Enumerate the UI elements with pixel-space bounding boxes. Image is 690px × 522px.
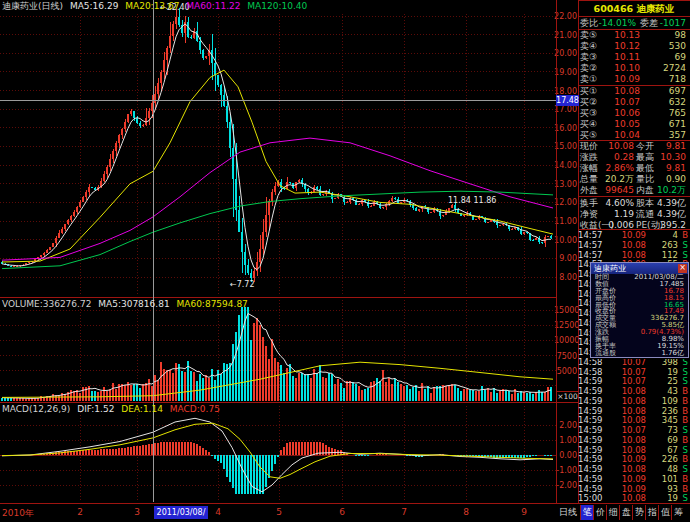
x-axis-label: 6 [339, 507, 345, 517]
x-axis-label: 7 [401, 507, 407, 517]
tick-row: 14:5910.08345B [578, 415, 690, 425]
quote-row: 买④10.05671 [580, 119, 688, 130]
tick-row: 14:5810.0719S [578, 367, 690, 377]
tab-period-daily[interactable]: 日线 [557, 505, 579, 520]
bottom-bar: 2010年23456789 2011/03/08/二 日线 笔价细盘势指值筹 [0, 503, 690, 522]
axis-tick-label: 9.00 [554, 254, 577, 263]
chart-title: 迪康药业(日线) [2, 1, 63, 11]
x-axis-label: 2 [77, 507, 83, 517]
tick-row: 14:5710.094B [578, 230, 690, 240]
tick-row: 14:5910.09226B [578, 454, 690, 464]
quote-row: 卖④10.12530 [580, 41, 688, 52]
panel-divider [578, 16, 690, 17]
axis-tick-label: 15000 [554, 306, 577, 315]
kline-info-popup[interactable]: 迪康药业 × 时间2011/03/08/二数值17.485开盘价16.78最高价… [590, 262, 689, 358]
axis-tick-label: -2.00 [554, 481, 577, 490]
macd-name: MACD(12,26,9) [2, 404, 70, 414]
bottom-tab-4[interactable]: 盘 [619, 505, 633, 520]
volume-ma5-value: MA5:307816.81 [98, 299, 169, 309]
x-axis-label: 4 [215, 507, 221, 517]
x-axis-label: 3 [134, 507, 140, 517]
tick-row: 15:0010.0819S [578, 493, 690, 503]
axis-tick-label: 10.00 [554, 236, 577, 245]
tick-row: 14:5910.08236B [578, 406, 690, 416]
popup-rows: 时间2011/03/08/二数值17.485开盘价16.78最高价18.15最低… [591, 274, 688, 357]
dif-value: DIF:1.52 [77, 404, 114, 414]
axis-tick-label: 21.00 [554, 31, 577, 40]
ma120-value: MA120:10.40 [247, 1, 307, 11]
stock-title: 600466 迪康药业 [578, 3, 690, 16]
quote-row: 卖①10.09718 [580, 74, 688, 85]
x-axis-label: 9 [521, 507, 527, 517]
main-chart-header: 迪康药业(日线) MA5:16.29 MA20:13.67 MA60:11.22… [2, 1, 311, 12]
svg-text:11.84 11.86: 11.84 11.86 [448, 196, 496, 205]
quote-row: 涨幅2.86%最低9.81 [580, 163, 688, 174]
tick-row: 14:5910.08109B [578, 396, 690, 406]
panel-divider [578, 196, 690, 197]
axis-tick-label: 15.00 [554, 142, 577, 151]
quote-row: 总量20.2万量比0.90 [580, 174, 688, 185]
x-axis-label: 5 [276, 507, 282, 517]
quote-row: 卖⑤10.1398 [580, 30, 688, 41]
bottom-tab-8[interactable]: 筹 [671, 505, 685, 520]
bottom-tab-3[interactable]: 细 [606, 505, 620, 520]
axis-tick-label: 1.00 [554, 436, 577, 445]
ma20-value: MA20:13.67 [125, 1, 179, 11]
quote-row: 净资1.19流通4.39亿 [580, 209, 688, 220]
axis-tick-label: -1.00 [554, 466, 577, 475]
axis-tick-label: 14.00 [554, 161, 577, 170]
axis-tick-label: 16.00 [554, 124, 577, 133]
dea-value: DEA:1.14 [121, 404, 163, 414]
volume-value: VOLUME:336276.72 [2, 299, 91, 309]
quote-row: 涨跌0.28最高10.30 [580, 152, 688, 163]
axis-tick-label: 11.00 [554, 217, 577, 226]
tick-row: 14:5910.0843B [578, 386, 690, 396]
quote-row: 卖③10.1169 [580, 52, 688, 63]
axis-tick-label: 2.00 [554, 421, 577, 430]
volume-unit-box: ×100 [556, 391, 579, 403]
axis-tick-label: 13.00 [554, 180, 577, 189]
x-axis-label: 2010年 [2, 507, 34, 520]
tick-row: 14:5910.0867S [578, 445, 690, 455]
kline-chart[interactable]: ←22.40←7.7211.84 11.86 [0, 0, 556, 503]
bottom-tab-5[interactable]: 势 [632, 505, 646, 520]
tick-row: 14:5910.09101B [578, 474, 690, 484]
tick-row: 14:5710.08112S [578, 250, 690, 260]
axis-tick-label: 20.00 [554, 49, 577, 58]
volume-ma60-value: MA60:87594.87 [177, 299, 248, 309]
quote-row: 卖②10.102724 [580, 63, 688, 74]
quote-row: 买②10.07632 [580, 97, 688, 108]
bottom-tab-1[interactable]: 笔 [580, 505, 594, 520]
bottom-tab-2[interactable]: 价 [593, 505, 607, 520]
close-icon[interactable]: × [678, 264, 687, 273]
axis-tick-label: 22.00 [554, 12, 577, 21]
bottom-tab-7[interactable]: 值 [658, 505, 672, 520]
chart-panel-divider [556, 0, 557, 503]
axis-tick-label: 12.00 [554, 198, 577, 207]
tick-row: 14:5910.0725S [578, 376, 690, 386]
tick-row: 14:5910.0993B [578, 484, 690, 494]
quote-row: 现价10.08今开9.81 [580, 141, 688, 152]
axis-tick-label: 17.00 [554, 105, 577, 114]
ma60-value: MA60:11.22 [186, 1, 240, 11]
bottom-tab-6[interactable]: 指 [645, 505, 659, 520]
quote-row: 委比-14.01%委差-1017 [580, 18, 688, 29]
price-axis: 22.0021.0020.0019.0018.0017.0016.0015.00… [556, 0, 579, 503]
tick-row: 14:5810.07398S [578, 357, 690, 367]
quote-row: 买①10.08697 [580, 86, 688, 97]
popup-title: 迪康药业 [594, 264, 626, 273]
x-axis-label: 8 [463, 507, 469, 517]
ma5-value: MA5:16.29 [70, 1, 118, 11]
quote-row: 外盘99645内盘10.2万 [580, 185, 688, 196]
axis-tick-label: 10000 [554, 336, 577, 345]
tick-row: 14:5910.0869B [578, 435, 690, 445]
stock-app-window: ←22.40←7.7211.84 11.86 迪康药业(日线) MA5:16.2… [0, 0, 690, 522]
axis-tick-label: 19.00 [554, 68, 577, 77]
axis-tick-label: 12500 [554, 321, 577, 330]
tick-row: 14:5910.0773S [578, 425, 690, 435]
axis-tick-label: 0.00 [554, 451, 577, 460]
tick-row: 14:5910.0848S [578, 464, 690, 474]
axis-tick-label: 8.00 [554, 273, 577, 282]
volume-header: VOLUME:336276.72 MA5:307816.81 MA60:8759… [2, 299, 252, 310]
macd-header: MACD(12,26,9) DIF:1.52 DEA:1.14 MACD:0.7… [2, 404, 224, 415]
